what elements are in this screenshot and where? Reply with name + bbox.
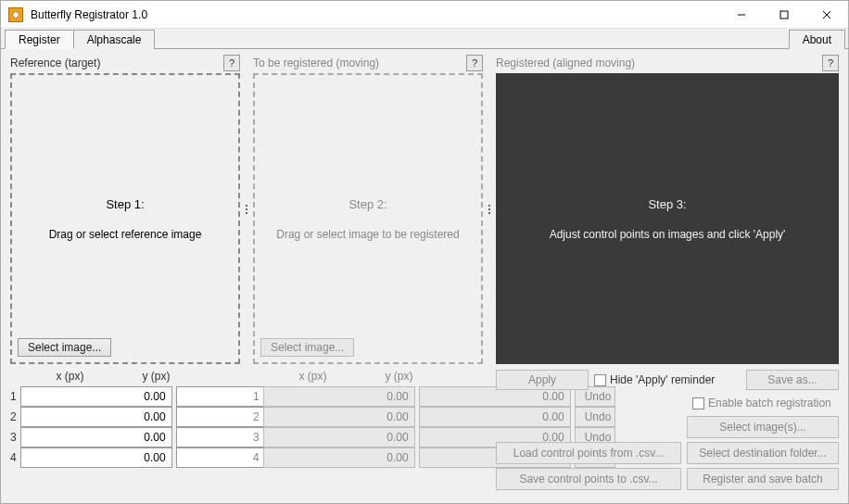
close-button[interactable] — [805, 1, 848, 28]
moving-drop-zone[interactable]: Step 2: Drag or select image to be regis… — [253, 73, 483, 364]
content-area: Reference (target) ? Step 1: Drag or sel… — [1, 49, 848, 503]
tab-bar: Register Alphascale About — [1, 29, 848, 49]
load-csv-button[interactable]: Load control points from .csv... — [496, 442, 681, 464]
coord-row: 2Undo — [253, 407, 483, 427]
checkbox-icon — [594, 374, 606, 386]
save-csv-button[interactable]: Save control points to .csv... — [496, 468, 681, 490]
coord-x-input[interactable] — [20, 386, 172, 407]
moving-select-button[interactable]: Select image... — [260, 338, 354, 357]
coord-x-input[interactable] — [20, 447, 172, 468]
window-title: Butterfly Registrator 1.0 — [31, 8, 720, 21]
coord-row: 1Undo — [253, 386, 483, 407]
mov-x-header: x (px) — [270, 370, 356, 383]
app-icon — [8, 7, 23, 22]
coord-row-index: 3 — [10, 431, 17, 444]
registered-step-desc: Adjust control points on images and clic… — [550, 228, 786, 241]
splitter-left[interactable] — [244, 55, 249, 364]
coord-row: 4Undo — [10, 447, 240, 468]
select-images-button[interactable]: Select image(s)... — [687, 416, 839, 438]
coord-row: 2Undo — [10, 407, 240, 427]
coord-row-index: 1 — [10, 390, 17, 403]
minimize-button[interactable] — [720, 1, 763, 28]
coord-row-index: 1 — [253, 390, 260, 403]
reference-help-button[interactable]: ? — [223, 55, 240, 71]
coord-row-index: 4 — [253, 451, 260, 464]
moving-step-title: Step 2: — [348, 197, 386, 211]
coord-row-index: 4 — [10, 451, 17, 464]
coord-x-input[interactable] — [263, 447, 415, 468]
coord-x-input[interactable] — [263, 427, 415, 447]
coord-row: 4Undo — [253, 447, 483, 468]
coord-x-input[interactable] — [263, 407, 415, 427]
coord-x-input[interactable] — [20, 427, 172, 447]
coord-row: 3Undo — [253, 427, 483, 447]
moving-panel-label: To be registered (moving) — [253, 57, 466, 69]
save-as-button[interactable]: Save as... — [746, 370, 839, 390]
reference-drop-zone[interactable]: Step 1: Drag or select reference image S… — [10, 73, 240, 364]
registered-help-button[interactable]: ? — [822, 55, 839, 71]
registered-panel: Step 3: Adjust control points on images … — [496, 73, 839, 364]
reference-panel-label: Reference (target) — [10, 57, 223, 69]
titlebar: Butterfly Registrator 1.0 — [1, 1, 848, 29]
register-batch-button[interactable]: Register and save batch — [687, 468, 839, 490]
apply-button[interactable]: Apply — [496, 370, 589, 390]
coord-x-input[interactable] — [263, 386, 415, 407]
coord-row: 3Undo — [10, 427, 240, 447]
coord-row-index: 3 — [253, 431, 260, 444]
mov-y-header: y (px) — [356, 370, 442, 383]
registered-step-title: Step 3: — [648, 197, 686, 211]
tab-about[interactable]: About — [789, 30, 845, 49]
splitter-right[interactable] — [487, 55, 492, 364]
moving-help-button[interactable]: ? — [466, 55, 483, 71]
reference-step-title: Step 1: — [106, 197, 144, 211]
moving-step-desc: Drag or select image to be registered — [276, 228, 459, 241]
registered-panel-label: Registered (aligned moving) — [496, 57, 822, 69]
reference-step-desc: Drag or select reference image — [49, 228, 202, 241]
app-window: Butterfly Registrator 1.0 Register Alpha… — [0, 0, 849, 504]
ref-y-header: y (px) — [113, 370, 199, 383]
tab-alphascale[interactable]: Alphascale — [73, 30, 156, 49]
svg-rect-1 — [780, 11, 788, 19]
tab-register[interactable]: Register — [5, 30, 74, 49]
coord-row: 1Undo — [10, 386, 240, 407]
coord-row-index: 2 — [10, 410, 17, 423]
enable-batch-checkbox[interactable]: Enable batch registration — [687, 394, 839, 412]
maximize-button[interactable] — [763, 1, 805, 28]
ref-x-header: x (px) — [27, 370, 113, 383]
select-dest-button[interactable]: Select destination folder... — [687, 442, 839, 464]
reference-select-button[interactable]: Select image... — [18, 338, 111, 357]
coord-row-index: 2 — [253, 410, 260, 423]
checkbox-icon — [692, 397, 704, 410]
hide-reminder-checkbox[interactable]: Hide 'Apply' reminder — [594, 373, 741, 386]
coord-x-input[interactable] — [20, 407, 172, 427]
